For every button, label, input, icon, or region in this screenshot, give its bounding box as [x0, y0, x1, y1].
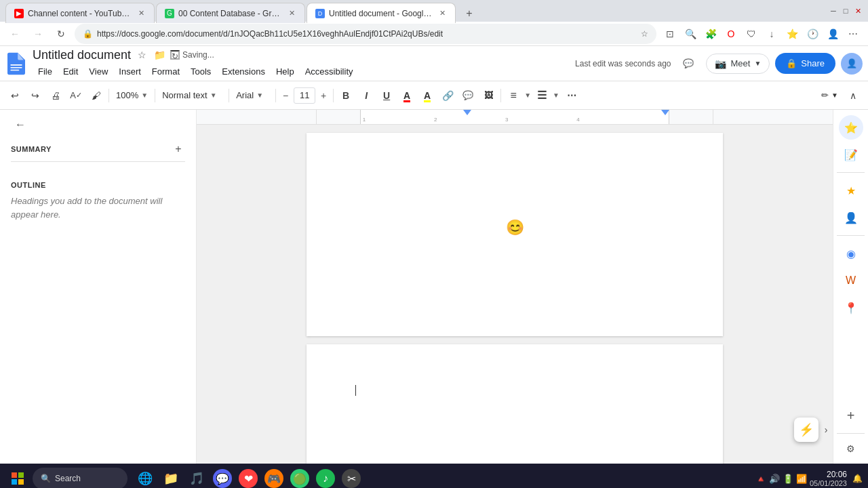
extensions-button[interactable]: 🧩 — [701, 24, 720, 43]
right-sidebar-btn-blue[interactable]: ◉ — [839, 241, 863, 266]
right-sidebar-btn-office[interactable]: W — [839, 268, 863, 293]
share-button[interactable]: 🔒 Share — [775, 53, 835, 74]
menu-help[interactable]: Help — [271, 64, 300, 79]
tab-close-youtube[interactable]: ✕ — [136, 9, 146, 18]
menu-accessibility[interactable]: Accessibility — [300, 64, 359, 79]
taskbar-app-spotify[interactable]: ♪ — [313, 466, 338, 488]
zoom-select[interactable]: 100% ▼ — [112, 86, 152, 105]
tab-gredia[interactable]: G 00 Content Database - Gredia -... ✕ — [156, 3, 305, 23]
taskbar-app-red[interactable]: ❤ — [236, 466, 260, 488]
side-panel-expand-button[interactable]: › — [819, 418, 833, 442]
document-page-2[interactable] — [307, 344, 723, 464]
insert-image-button[interactable]: 🖼 — [479, 86, 498, 105]
tab-youtube[interactable]: ▶ Channel content - YouTube Stu... ✕ — [5, 3, 155, 23]
taskbar-speaker-icon[interactable]: 🔊 — [769, 474, 780, 484]
print-button[interactable]: 🖨 — [46, 86, 65, 105]
ruler-right-marker[interactable] — [661, 110, 669, 115]
right-sidebar-btn-keep[interactable]: ★ — [839, 178, 863, 203]
tab-close-gredia[interactable]: ✕ — [287, 9, 296, 18]
highlight-button[interactable]: A — [418, 86, 437, 105]
redo-button[interactable]: ↪ — [26, 86, 45, 105]
taskbar-app-browser[interactable]: 🌐 — [133, 466, 157, 488]
page-2-content[interactable] — [307, 344, 723, 434]
menu-tools[interactable]: Tools — [185, 64, 216, 79]
opera-button[interactable]: O — [722, 24, 741, 43]
ruler-tab-stop[interactable] — [463, 110, 471, 115]
font-size-increase-button[interactable]: + — [317, 87, 330, 104]
vpn-button[interactable]: 🛡 — [742, 24, 761, 43]
add-comment-button[interactable]: 💬 — [458, 86, 477, 105]
docs-content-area[interactable]: 1 2 3 4 😊 — [197, 110, 833, 464]
spellcheck-button[interactable]: A✓ — [66, 86, 85, 105]
taskbar-app-orange[interactable]: 🎮 — [262, 466, 286, 488]
text-style-select[interactable]: Normal text ▼ — [158, 86, 226, 105]
align-dropdown-icon[interactable]: ▼ — [524, 92, 531, 99]
history-button[interactable]: 🕐 — [803, 24, 822, 43]
taskbar-wifi-icon[interactable]: 📶 — [796, 474, 807, 484]
taskbar-app-green[interactable]: 🟢 — [288, 466, 312, 488]
right-sidebar-btn-contacts[interactable]: 👤 — [839, 205, 863, 230]
document-title[interactable]: Untitled document — [33, 48, 131, 62]
reader-mode-button[interactable]: ⊡ — [660, 24, 679, 43]
menu-view[interactable]: View — [83, 64, 113, 79]
taskbar-app-extra[interactable]: ✂ — [339, 466, 363, 488]
meet-button[interactable]: 📷 Meet ▼ — [706, 54, 770, 74]
taskbar-search[interactable]: 🔍 Search — [33, 468, 127, 488]
taskbar-battery-icon[interactable]: 🔋 — [783, 474, 793, 484]
paint-format-button[interactable]: 🖌 — [87, 86, 106, 105]
tab-close-docs[interactable]: ✕ — [437, 9, 447, 18]
docs-logo[interactable] — [5, 50, 27, 77]
editing-mode-button[interactable]: ✏ ▼ — [817, 86, 842, 105]
bookmarks-button[interactable]: ⭐ — [783, 24, 802, 43]
menu-edit[interactable]: Edit — [58, 64, 83, 79]
new-tab-button[interactable]: + — [460, 4, 479, 23]
menu-button[interactable]: ⋯ — [844, 24, 863, 43]
taskbar-notification-icon[interactable]: 🔔 — [852, 474, 863, 483]
italic-button[interactable]: I — [357, 86, 376, 105]
add-summary-button[interactable]: + — [172, 142, 185, 156]
list-dropdown-icon[interactable]: ▼ — [553, 92, 559, 99]
start-button[interactable] — [5, 466, 30, 488]
taskbar-app-discord[interactable]: 💬 — [210, 466, 235, 488]
link-button[interactable]: 🔗 — [438, 86, 457, 105]
font-color-button[interactable]: A — [397, 86, 416, 105]
menu-file[interactable]: File — [33, 64, 58, 79]
bookmark-star-icon[interactable]: ☆ — [641, 29, 648, 39]
floating-action-button[interactable]: ⚡ — [794, 418, 818, 442]
right-sidebar-btn-2[interactable]: 📝 — [839, 142, 863, 167]
address-bar[interactable]: 🔒 https://docs.google.com/document/d/1nJ… — [75, 24, 656, 44]
maximize-button[interactable]: □ — [841, 6, 850, 16]
tab-docs[interactable]: D Untitled document - Google Doc... ✕ — [307, 3, 456, 23]
font-size-decrease-button[interactable]: − — [279, 87, 292, 104]
font-select[interactable]: Arial ▼ — [232, 86, 273, 105]
star-icon[interactable]: ☆ — [135, 48, 149, 62]
back-button[interactable]: ← — [5, 24, 24, 43]
sidebar-back-button[interactable]: ← — [11, 115, 30, 134]
taskbar-app-music[interactable]: 🎵 — [184, 466, 209, 488]
list-button[interactable]: ☰ — [532, 86, 551, 105]
expand-toolbar-button[interactable]: ∧ — [844, 86, 863, 105]
zoom-button[interactable]: 🔍 — [681, 24, 700, 43]
taskbar-network-icon[interactable]: 🔺 — [755, 474, 766, 484]
undo-button[interactable]: ↩ — [5, 86, 24, 105]
align-button[interactable]: ≡ — [504, 86, 523, 105]
menu-insert[interactable]: Insert — [113, 64, 146, 79]
minimize-button[interactable]: ─ — [829, 6, 838, 16]
font-size-input[interactable] — [294, 87, 315, 104]
right-sidebar-btn-maps[interactable]: 📍 — [839, 296, 863, 320]
comments-button[interactable]: 💬 — [676, 52, 701, 76]
right-sidebar-btn-1[interactable]: ⭐ — [839, 115, 863, 140]
right-sidebar-add-button[interactable]: + — [839, 403, 863, 428]
more-options-button[interactable]: ⋯ — [562, 86, 581, 105]
forward-button[interactable]: → — [28, 24, 47, 43]
profile-button[interactable]: 👤 — [823, 24, 842, 43]
underline-button[interactable]: U — [377, 86, 396, 105]
bold-button[interactable]: B — [336, 86, 355, 105]
profile-avatar[interactable]: 👤 — [841, 53, 863, 75]
move-to-folder-icon[interactable]: 📁 — [153, 48, 166, 62]
refresh-button[interactable]: ↻ — [52, 24, 71, 43]
menu-extensions[interactable]: Extensions — [216, 64, 271, 79]
taskbar-time[interactable]: 20:06 05/01/2023 — [810, 470, 847, 487]
close-button[interactable]: ✕ — [853, 6, 863, 16]
right-sidebar-expand-button[interactable]: ⚙ — [842, 439, 861, 458]
